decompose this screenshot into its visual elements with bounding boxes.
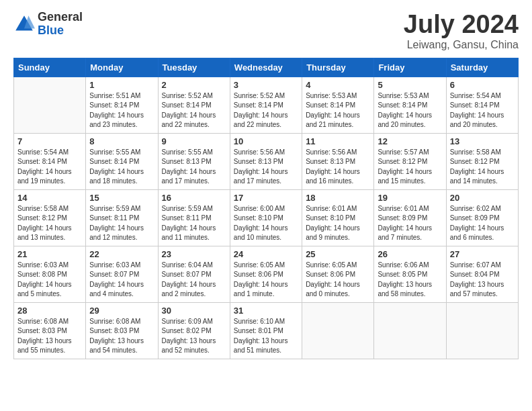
page: General Blue July 2024 Leiwang, Gansu, C… — [0, 0, 532, 370]
header: General Blue July 2024 Leiwang, Gansu, C… — [13, 11, 519, 51]
calendar-cell — [14, 77, 86, 133]
calendar-cell: 17Sunrise: 6:00 AM Sunset: 8:10 PM Dayli… — [230, 189, 302, 246]
day-info: Sunrise: 5:52 AM Sunset: 8:14 PM Dayligh… — [234, 91, 298, 130]
logo: General Blue — [13, 11, 83, 38]
calendar-cell: 16Sunrise: 5:59 AM Sunset: 8:11 PM Dayli… — [158, 189, 230, 246]
day-number: 25 — [306, 249, 370, 259]
calendar-cell: 25Sunrise: 6:05 AM Sunset: 8:06 PM Dayli… — [302, 246, 374, 302]
logo-general-text: General — [38, 11, 83, 24]
day-info: Sunrise: 6:05 AM Sunset: 8:06 PM Dayligh… — [306, 261, 370, 300]
weekday-header-wednesday: Wednesday — [230, 58, 302, 77]
location-title: Leiwang, Gansu, China — [404, 39, 519, 51]
weekday-header-saturday: Saturday — [446, 58, 518, 77]
day-number: 7 — [17, 136, 82, 146]
weekday-header-monday: Monday — [86, 58, 158, 77]
day-number: 13 — [450, 136, 515, 146]
week-row-3: 14Sunrise: 5:58 AM Sunset: 8:12 PM Dayli… — [14, 189, 519, 246]
weekday-header-friday: Friday — [374, 58, 446, 77]
calendar-cell: 30Sunrise: 6:09 AM Sunset: 8:02 PM Dayli… — [158, 302, 230, 359]
day-number: 29 — [89, 306, 154, 316]
day-number: 1 — [89, 80, 154, 90]
calendar-cell: 31Sunrise: 6:10 AM Sunset: 8:01 PM Dayli… — [230, 302, 302, 359]
day-number: 2 — [162, 80, 226, 90]
calendar-cell: 14Sunrise: 5:58 AM Sunset: 8:12 PM Dayli… — [14, 189, 86, 246]
calendar-cell: 26Sunrise: 6:06 AM Sunset: 8:05 PM Dayli… — [374, 246, 446, 302]
day-number: 20 — [450, 193, 515, 203]
day-number: 6 — [450, 80, 515, 90]
day-info: Sunrise: 6:08 AM Sunset: 8:03 PM Dayligh… — [89, 317, 154, 356]
day-info: Sunrise: 6:06 AM Sunset: 8:05 PM Dayligh… — [378, 261, 442, 300]
day-number: 10 — [234, 136, 298, 146]
day-number: 18 — [306, 193, 370, 203]
day-number: 31 — [234, 306, 298, 316]
day-info: Sunrise: 6:01 AM Sunset: 8:10 PM Dayligh… — [306, 204, 370, 243]
day-number: 4 — [306, 80, 370, 90]
logo-text: General Blue — [38, 11, 83, 38]
day-info: Sunrise: 5:59 AM Sunset: 8:11 PM Dayligh… — [89, 204, 154, 243]
calendar-cell — [374, 302, 446, 359]
day-info: Sunrise: 5:51 AM Sunset: 8:14 PM Dayligh… — [89, 91, 154, 130]
weekday-header-tuesday: Tuesday — [158, 58, 230, 77]
day-info: Sunrise: 5:52 AM Sunset: 8:14 PM Dayligh… — [162, 91, 226, 130]
day-info: Sunrise: 6:05 AM Sunset: 8:06 PM Dayligh… — [234, 261, 298, 300]
calendar-cell: 1Sunrise: 5:51 AM Sunset: 8:14 PM Daylig… — [86, 77, 158, 133]
day-number: 27 — [450, 249, 515, 259]
day-info: Sunrise: 5:58 AM Sunset: 8:12 PM Dayligh… — [17, 204, 82, 243]
day-info: Sunrise: 5:56 AM Sunset: 8:13 PM Dayligh… — [234, 148, 298, 187]
calendar-cell: 13Sunrise: 5:58 AM Sunset: 8:12 PM Dayli… — [446, 133, 518, 189]
day-info: Sunrise: 5:58 AM Sunset: 8:12 PM Dayligh… — [450, 148, 515, 187]
calendar-cell: 28Sunrise: 6:08 AM Sunset: 8:03 PM Dayli… — [14, 302, 86, 359]
calendar-cell: 19Sunrise: 6:01 AM Sunset: 8:09 PM Dayli… — [374, 189, 446, 246]
calendar-cell: 22Sunrise: 6:03 AM Sunset: 8:07 PM Dayli… — [86, 246, 158, 302]
weekday-header-sunday: Sunday — [14, 58, 86, 77]
day-info: Sunrise: 6:03 AM Sunset: 8:08 PM Dayligh… — [17, 261, 82, 300]
calendar-table: SundayMondayTuesdayWednesdayThursdayFrid… — [13, 58, 519, 359]
day-info: Sunrise: 5:57 AM Sunset: 8:12 PM Dayligh… — [378, 148, 442, 187]
calendar-cell — [446, 302, 518, 359]
calendar-cell — [302, 302, 374, 359]
calendar-cell: 20Sunrise: 6:02 AM Sunset: 8:09 PM Dayli… — [446, 189, 518, 246]
day-number: 12 — [378, 136, 442, 146]
logo-blue-text: Blue — [38, 24, 83, 38]
calendar-cell: 8Sunrise: 5:55 AM Sunset: 8:14 PM Daylig… — [86, 133, 158, 189]
day-number: 30 — [162, 306, 226, 316]
day-info: Sunrise: 5:53 AM Sunset: 8:14 PM Dayligh… — [378, 91, 442, 130]
day-info: Sunrise: 5:54 AM Sunset: 8:14 PM Dayligh… — [450, 91, 515, 130]
day-number: 24 — [234, 249, 298, 259]
day-number: 21 — [17, 249, 82, 259]
day-number: 17 — [234, 193, 298, 203]
calendar-cell: 10Sunrise: 5:56 AM Sunset: 8:13 PM Dayli… — [230, 133, 302, 189]
day-info: Sunrise: 6:02 AM Sunset: 8:09 PM Dayligh… — [450, 204, 515, 243]
day-number: 5 — [378, 80, 442, 90]
day-number: 26 — [378, 249, 442, 259]
week-row-5: 28Sunrise: 6:08 AM Sunset: 8:03 PM Dayli… — [14, 302, 519, 359]
day-info: Sunrise: 6:10 AM Sunset: 8:01 PM Dayligh… — [234, 317, 298, 356]
title-block: July 2024 Leiwang, Gansu, China — [404, 11, 519, 51]
day-info: Sunrise: 6:04 AM Sunset: 8:07 PM Dayligh… — [162, 261, 226, 300]
calendar-cell: 5Sunrise: 5:53 AM Sunset: 8:14 PM Daylig… — [374, 77, 446, 133]
day-info: Sunrise: 6:03 AM Sunset: 8:07 PM Dayligh… — [89, 261, 154, 300]
calendar-cell: 23Sunrise: 6:04 AM Sunset: 8:07 PM Dayli… — [158, 246, 230, 302]
calendar-cell: 4Sunrise: 5:53 AM Sunset: 8:14 PM Daylig… — [302, 77, 374, 133]
day-info: Sunrise: 5:55 AM Sunset: 8:14 PM Dayligh… — [89, 148, 154, 187]
day-number: 15 — [89, 193, 154, 203]
day-number: 23 — [162, 249, 226, 259]
calendar-cell: 3Sunrise: 5:52 AM Sunset: 8:14 PM Daylig… — [230, 77, 302, 133]
day-number: 9 — [162, 136, 226, 146]
logo-icon — [13, 13, 35, 35]
day-info: Sunrise: 6:00 AM Sunset: 8:10 PM Dayligh… — [234, 204, 298, 243]
calendar-header: SundayMondayTuesdayWednesdayThursdayFrid… — [14, 58, 519, 77]
calendar-cell: 24Sunrise: 6:05 AM Sunset: 8:06 PM Dayli… — [230, 246, 302, 302]
day-number: 14 — [17, 193, 82, 203]
calendar-cell: 29Sunrise: 6:08 AM Sunset: 8:03 PM Dayli… — [86, 302, 158, 359]
calendar-cell: 15Sunrise: 5:59 AM Sunset: 8:11 PM Dayli… — [86, 189, 158, 246]
calendar-cell: 9Sunrise: 5:55 AM Sunset: 8:13 PM Daylig… — [158, 133, 230, 189]
day-number: 3 — [234, 80, 298, 90]
day-info: Sunrise: 5:54 AM Sunset: 8:14 PM Dayligh… — [17, 148, 82, 187]
day-info: Sunrise: 6:09 AM Sunset: 8:02 PM Dayligh… — [162, 317, 226, 356]
day-number: 22 — [89, 249, 154, 259]
day-number: 28 — [17, 306, 82, 316]
day-info: Sunrise: 6:07 AM Sunset: 8:04 PM Dayligh… — [450, 261, 515, 300]
calendar-cell: 7Sunrise: 5:54 AM Sunset: 8:14 PM Daylig… — [14, 133, 86, 189]
day-info: Sunrise: 6:01 AM Sunset: 8:09 PM Dayligh… — [378, 204, 442, 243]
